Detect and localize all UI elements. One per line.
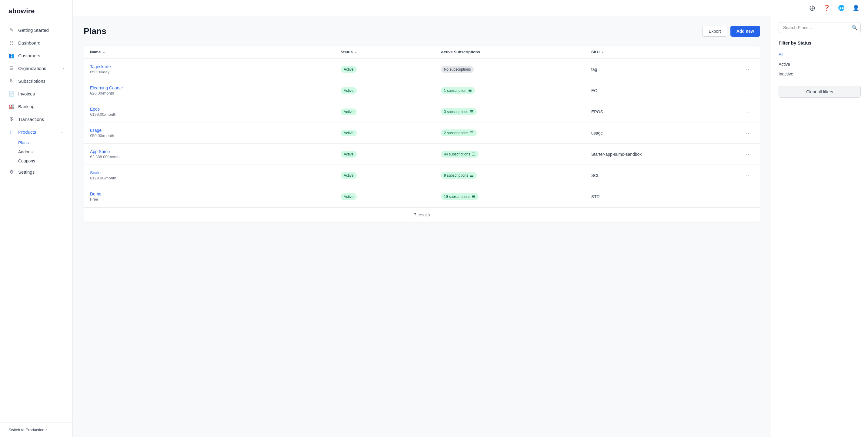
cell-status: Active [341,130,441,136]
col-active-subs: Active Subscriptions [441,50,591,54]
plan-price: €2,388.00/month [90,155,341,159]
user-icon[interactable]: 👤 [851,3,861,13]
cell-sku: STR [591,194,742,199]
plan-price: €50.00/day [90,70,341,74]
add-circle-icon[interactable]: ⨁ [807,3,817,13]
sidebar-item-label: Invoices [18,91,35,96]
plan-name-link[interactable]: App Sumo [90,149,341,154]
dashboard-icon: ☷ [8,40,14,46]
cell-status: Active [341,193,441,200]
plan-name-link[interactable]: usage [90,128,341,133]
filter-option-inactive[interactable]: Inactive [779,69,861,79]
cell-name: usage €50.00/month [90,128,341,138]
sidebar-subitem-coupons[interactable]: Coupons [18,156,72,165]
status-badge: Active [341,66,357,73]
sidebar-item-transactions[interactable]: $ Transactions [0,113,72,125]
cell-subscriptions: No subscriptions [441,66,591,73]
row-actions-button[interactable]: ⋯ [742,171,752,180]
sort-asc-icon: ▲ [102,50,105,54]
col-name[interactable]: Name ▲ [90,50,341,54]
col-sku-label: SKU [591,50,599,54]
chevron-right-icon: › [63,66,64,71]
plan-name-link[interactable]: Elearning Course [90,86,341,90]
search-box: 🔍 [779,22,861,33]
subscriptions-badge[interactable]: 2 subscriptions ☰ [441,129,477,136]
cell-name: Elearning Course €20.00/month [90,86,341,95]
sku-value: EPOS [591,110,603,114]
subscriptions-badge[interactable]: 1 subscription ☰ [441,87,475,94]
sidebar-item-organizations[interactable]: ☰ Organizations › [0,62,72,74]
cell-actions: ⋯ [742,192,754,201]
subscriptions-badge[interactable]: 3 subscriptions ☰ [441,108,477,115]
sort-asc-icon: ▲ [601,50,604,54]
switch-label: Switch to Production [8,428,44,432]
sidebar-item-invoices[interactable]: 📄 Invoices [0,87,72,100]
row-actions-button[interactable]: ⋯ [742,107,752,116]
sidebar-nav: ✎ Getting Started ☷ Dashboard 👥 Customer… [0,21,72,423]
list-icon: ☰ [470,131,474,135]
cell-name: Epos €199.00/month [90,107,341,117]
export-button[interactable]: Export [702,26,727,37]
filter-option-all[interactable]: All [779,50,861,59]
sidebar-subitem-plans[interactable]: Plans [18,138,72,147]
header-actions: Export Add new [702,26,760,37]
plan-name-link[interactable]: Scale [90,170,341,175]
search-input[interactable] [779,22,861,33]
sidebar-item-label: Products [18,129,36,134]
subscriptions-badge[interactable]: 9 subscriptions ☰ [441,172,477,179]
cell-subscriptions: 19 subscriptions ☰ [441,193,591,200]
sku-value: usage [591,131,603,135]
sidebar-item-customers[interactable]: 👥 Customers [0,49,72,62]
switch-to-production[interactable]: Switch to Production › [8,428,64,432]
plan-name-link[interactable]: Epos [90,107,341,112]
sort-asc-icon: ▲ [354,50,358,54]
subscription-count: 19 subscriptions [444,194,470,199]
sidebar-item-dashboard[interactable]: ☷ Dashboard [0,36,72,49]
sku-value: Starter-app-sumo-sandbox [591,152,642,157]
plan-name-link[interactable]: Demo [90,191,341,196]
clear-all-filters-button[interactable]: Clear all filters [779,86,861,98]
row-actions-button[interactable]: ⋯ [742,65,752,74]
cell-sku: EPOS [591,109,742,115]
row-actions-button[interactable]: ⋯ [742,86,752,95]
refresh-icon: ↻ [8,78,14,84]
filter-option-active[interactable]: Active [779,59,861,69]
sidebar-item-products[interactable]: ◻ Products ⌄ [0,125,72,138]
sidebar-item-getting-started[interactable]: ✎ Getting Started [0,24,72,36]
sidebar-item-subscriptions[interactable]: ↻ Subscriptions [0,74,72,87]
status-badge: Active [341,108,357,115]
plan-price: €199.00/month [90,176,341,180]
help-icon[interactable]: ❓ [822,3,832,13]
row-actions-button[interactable]: ⋯ [742,128,752,137]
content-area: Plans Export Add new Name ▲ Status ▲ [73,16,868,437]
box-icon: ◻ [8,129,14,135]
add-new-button[interactable]: Add new [731,26,760,37]
cell-subscriptions: 44 subscriptions ☰ [441,151,591,158]
cell-status: Active [341,172,441,179]
col-sku[interactable]: SKU ▲ [591,50,742,54]
row-actions-button[interactable]: ⋯ [742,192,752,201]
gear-icon: ⚙ [8,169,14,175]
table-row: Epos €199.00/month Active 3 subscription… [84,101,760,122]
status-badge: Active [341,87,357,94]
table-row: Tageskarte €50.00/day Active No subscrip… [84,59,760,80]
cell-name: Tageskarte €50.00/day [90,64,341,74]
plan-name-link[interactable]: Tageskarte [90,64,341,69]
subscription-count: 2 subscriptions [444,131,468,135]
status-badge: Active [341,130,357,136]
sidebar-subitem-addons[interactable]: Addons [18,147,72,156]
plans-table: Name ▲ Status ▲ Active Subscriptions SKU… [84,45,760,222]
row-actions-button[interactable]: ⋯ [742,150,752,159]
subscription-count: 1 subscription [444,89,466,93]
sidebar-item-settings[interactable]: ⚙ Settings [0,165,72,178]
subscriptions-badge[interactable]: 44 subscriptions ☰ [441,151,479,158]
search-button[interactable]: 🔍 [851,25,858,31]
globe-icon[interactable]: 🌐 [836,3,846,13]
plan-price: €20.00/month [90,91,341,95]
sku-value: STR [591,194,600,199]
col-status[interactable]: Status ▲ [341,50,441,54]
cell-sku: SCL [591,173,742,178]
subscriptions-badge[interactable]: 19 subscriptions ☰ [441,193,479,200]
sku-value: tag [591,67,597,72]
sidebar-item-banking[interactable]: 🏭 Banking [0,100,72,113]
